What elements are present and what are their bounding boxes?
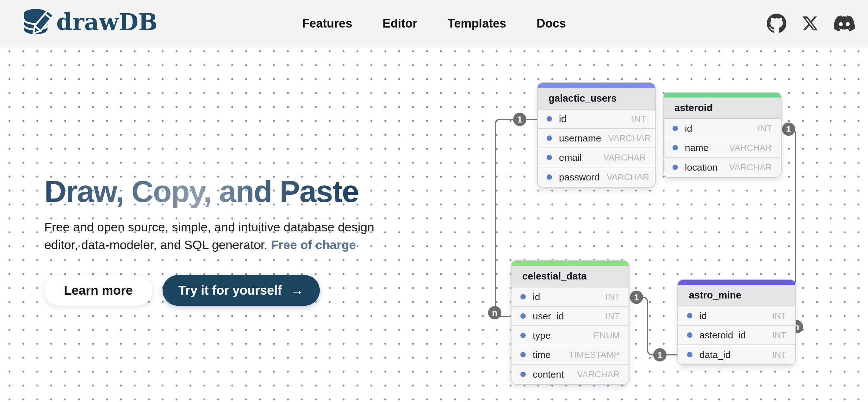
table-name: asteroid — [664, 97, 781, 119]
table-field-row[interactable]: data_idINT — [678, 345, 795, 364]
nav-link-editor[interactable]: Editor — [382, 17, 417, 30]
nav-social-icons — [767, 13, 855, 34]
table-field-row[interactable]: user_idINT — [512, 307, 628, 326]
field-type: VARCHAR — [603, 152, 646, 163]
field-dot-icon — [687, 352, 692, 357]
db-table-celestial_data[interactable]: celestial_dataidINTuser_idINTtypeENUMtim… — [512, 261, 628, 384]
table-name: celestial_data — [512, 266, 628, 287]
field-name: id — [533, 291, 540, 302]
field-type: INT — [757, 123, 772, 134]
learn-more-button[interactable]: Learn more — [44, 275, 152, 306]
field-type: VARCHAR — [729, 162, 772, 173]
table-field-row[interactable]: nameVARCHAR — [664, 138, 781, 157]
cardinality-badge: n — [488, 306, 501, 319]
field-name: user_id — [533, 311, 564, 322]
field-name: id — [685, 123, 692, 134]
relationship-line[interactable] — [629, 297, 679, 355]
discord-icon[interactable] — [834, 13, 855, 34]
field-name: id — [559, 114, 566, 124]
nav-link-docs[interactable]: Docs — [536, 17, 566, 30]
nav-link-features[interactable]: Features — [302, 17, 352, 30]
field-type: VARCHAR — [577, 369, 620, 379]
db-table-astro_mine[interactable]: astro_mineidINTasteroid_idINTdata_idINT — [678, 280, 795, 364]
svg-text:1: 1 — [634, 293, 639, 302]
x-icon[interactable] — [802, 15, 819, 32]
field-type: INT — [772, 330, 786, 340]
field-dot-icon — [520, 313, 526, 319]
table-field-row[interactable]: usernameVARCHAR — [538, 129, 655, 148]
arrow-right-icon: → — [290, 283, 304, 297]
svg-text:1: 1 — [517, 115, 522, 124]
cardinality-badge: 1 — [513, 113, 526, 126]
cardinality-badge: 1 — [630, 291, 643, 304]
db-table-galactic_users[interactable]: galactic_usersidINTusernameVARCHARemailV… — [538, 83, 655, 187]
nav-links: FeaturesEditorTemplatesDocs — [302, 17, 566, 30]
field-type: ENUM — [594, 331, 620, 341]
field-dot-icon — [520, 352, 526, 357]
field-dot-icon — [673, 165, 678, 170]
table-field-row[interactable]: timeTIMESTAMP — [512, 345, 628, 365]
field-dot-icon — [547, 136, 552, 141]
field-dot-icon — [547, 116, 552, 121]
field-name: email — [559, 152, 582, 163]
table-field-row[interactable]: idINT — [512, 287, 628, 307]
svg-text:1: 1 — [786, 125, 791, 134]
field-type: TIMESTAMP — [569, 350, 620, 360]
brand-logo[interactable]: drawDB — [20, 7, 158, 40]
table-field-row[interactable]: passwordVARCHAR — [538, 168, 655, 187]
field-name: password — [559, 172, 599, 183]
field-type: INT — [772, 350, 786, 360]
field-dot-icon — [520, 294, 526, 299]
cardinality-badge: 1 — [782, 122, 795, 136]
table-field-row[interactable]: idINT — [678, 307, 795, 326]
field-dot-icon — [673, 145, 678, 150]
field-name: asteroid_id — [700, 330, 746, 341]
table-accent-strip — [512, 261, 628, 266]
table-field-row[interactable]: idINT — [538, 110, 655, 129]
table-field-row[interactable]: typeENUM — [512, 326, 628, 345]
hero-subtitle: Free and open source, simple, and intuit… — [44, 219, 374, 254]
field-name: time — [533, 349, 551, 360]
nav-link-templates[interactable]: Templates — [447, 17, 506, 30]
page-title: Draw, Copy, and Paste — [44, 176, 374, 208]
field-name: id — [700, 311, 707, 321]
try-it-button[interactable]: Try it for yourself → — [163, 275, 320, 306]
db-table-asteroid[interactable]: asteroididINTnameVARCHARlocationVARCHAR — [664, 93, 781, 177]
field-name: content — [533, 369, 564, 380]
field-dot-icon — [520, 372, 526, 377]
table-accent-strip — [538, 83, 655, 88]
table-name: astro_mine — [678, 285, 795, 307]
table-field-row[interactable]: idINT — [664, 119, 781, 138]
table-field-row[interactable]: asteroid_idINT — [678, 326, 795, 345]
field-type: VARCHAR — [729, 143, 772, 153]
try-it-label: Try it for yourself — [178, 283, 282, 297]
field-type: VARCHAR — [608, 133, 651, 143]
hero-buttons: Learn more Try it for yourself → — [44, 275, 374, 306]
field-name: name — [685, 142, 709, 153]
drawdb-landing-page: 1n111n galactic_usersidINTusernameVARCHA… — [0, 0, 868, 402]
field-name: location — [685, 162, 717, 173]
table-name: galactic_users — [538, 88, 655, 110]
table-accent-strip — [664, 93, 781, 97]
cardinality-badge: 1 — [653, 348, 666, 362]
svg-text:n: n — [492, 308, 498, 318]
table-field-row[interactable]: emailVARCHAR — [538, 148, 655, 168]
field-type: VARCHAR — [607, 172, 649, 182]
field-type: INT — [632, 114, 646, 124]
field-dot-icon — [547, 155, 552, 160]
field-type: INT — [606, 292, 620, 302]
hero-subtitle-line1: Free and open source, simple, and intuit… — [44, 220, 374, 234]
field-type: INT — [772, 311, 786, 321]
table-field-row[interactable]: locationVARCHAR — [664, 157, 781, 177]
table-field-row[interactable]: contentVARCHAR — [512, 365, 628, 384]
github-icon[interactable] — [767, 13, 786, 33]
learn-more-label: Learn more — [64, 283, 133, 297]
field-dot-icon — [547, 174, 552, 180]
field-type: INT — [606, 311, 620, 321]
field-dot-icon — [673, 126, 678, 131]
drawdb-logo-icon — [20, 7, 53, 40]
table-accent-strip — [678, 280, 795, 285]
field-name: username — [559, 133, 601, 144]
hero-subtitle-line2: editor, data-modeler, and SQL generator. — [44, 238, 271, 252]
hero-section: Draw, Copy, and Paste Free and open sour… — [44, 176, 374, 306]
